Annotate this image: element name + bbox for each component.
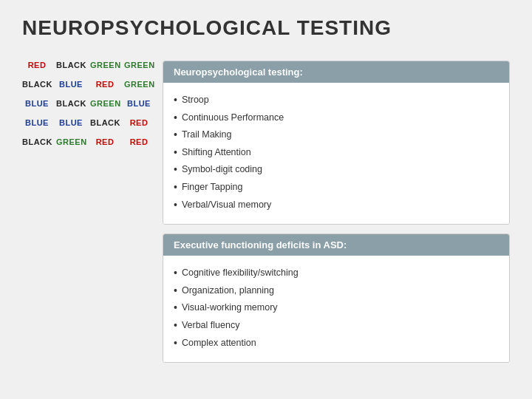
stroop-cell: GREEN — [124, 61, 154, 69]
stroop-cell: BLACK — [56, 99, 86, 108]
stroop-cell: BLUE — [22, 99, 52, 108]
stroop-cell: GREEN — [124, 80, 154, 89]
exec-panel: Executive functioning deficits in ASD: C… — [163, 233, 510, 363]
stroop-grid: RED BLACK GREEN GREEN BLACK BLUE RED GRE… — [22, 53, 163, 363]
stroop-cell: BLACK — [90, 118, 120, 127]
neuro-panel: Neuropsychological testing: Stroop Conti… — [163, 61, 510, 225]
list-item: Finger Tapping — [174, 179, 499, 197]
list-item: Stroop — [174, 92, 499, 109]
stroop-cell: RED — [90, 80, 120, 89]
list-item: Cognitive flexibility/switching — [174, 265, 499, 282]
list-item: Symbol-digit coding — [174, 161, 499, 179]
slide: NEUROPSYCHOLOGICAL TESTING RED BLACK GRE… — [0, 0, 532, 399]
exec-list: Cognitive flexibility/switching Organiza… — [174, 265, 499, 352]
list-item: Continuous Performance — [174, 109, 499, 127]
list-item: Visual-working memory — [174, 299, 499, 317]
stroop-cell: RED — [90, 137, 120, 146]
stroop-cell: BLACK — [22, 80, 52, 89]
stroop-cell: GREEN — [56, 137, 86, 146]
stroop-cell: BLUE — [56, 118, 86, 127]
neuro-panel-body: Stroop Continuous Performance Trail Maki… — [163, 83, 509, 224]
title-bar: NEUROPSYCHOLOGICAL TESTING — [0, 0, 532, 53]
list-item: Trail Making — [174, 126, 499, 144]
stroop-cell: GREEN — [90, 61, 120, 69]
stroop-cell: GREEN — [90, 99, 120, 108]
exec-panel-header: Executive functioning deficits in ASD: — [163, 234, 509, 256]
stroop-row: RED BLACK GREEN GREEN — [22, 61, 155, 69]
stroop-cell: BLUE — [22, 118, 52, 127]
exec-panel-body: Cognitive flexibility/switching Organiza… — [163, 256, 509, 362]
stroop-cell: BLUE — [56, 80, 86, 89]
stroop-cell: BLACK — [22, 137, 52, 146]
list-item: Verbal fluency — [174, 317, 499, 335]
list-item: Organization, planning — [174, 282, 499, 300]
stroop-row: BLUE BLACK GREEN BLUE — [22, 99, 155, 108]
stroop-cell: RED — [22, 61, 52, 69]
stroop-cell: BLUE — [124, 99, 154, 108]
neuro-panel-header: Neuropsychological testing: — [163, 61, 509, 83]
right-panels: Neuropsychological testing: Stroop Conti… — [163, 53, 510, 363]
stroop-cell: RED — [124, 137, 154, 146]
content-area: RED BLACK GREEN GREEN BLACK BLUE RED GRE… — [0, 53, 532, 363]
neuro-list: Stroop Continuous Performance Trail Maki… — [174, 92, 499, 214]
list-item: Verbal/Visual memory — [174, 197, 499, 214]
list-item: Shifting Attention — [174, 144, 499, 162]
page-title: NEUROPSYCHOLOGICAL TESTING — [22, 16, 510, 40]
stroop-cell: BLACK — [56, 61, 86, 69]
list-item: Complex attention — [174, 335, 499, 352]
stroop-row: BLUE BLUE BLACK RED — [22, 118, 155, 127]
stroop-row: BLACK BLUE RED GREEN — [22, 80, 155, 89]
stroop-cell: RED — [124, 118, 154, 127]
stroop-row: BLACK GREEN RED RED — [22, 137, 155, 146]
